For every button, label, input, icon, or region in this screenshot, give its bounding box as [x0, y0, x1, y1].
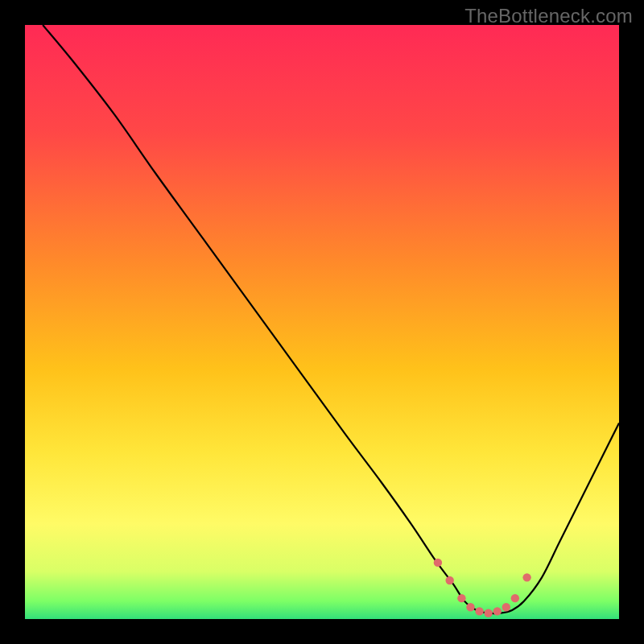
marker-point: [466, 603, 474, 611]
marker-point: [445, 576, 453, 584]
marker-point: [484, 609, 492, 617]
chart-frame: TheBottleneck.com: [0, 0, 644, 644]
marker-point: [475, 607, 483, 615]
marker-point: [511, 594, 519, 602]
marker-point: [522, 573, 530, 581]
plot-area: [25, 25, 619, 619]
marker-point: [434, 559, 442, 567]
marker-point: [457, 594, 465, 602]
watermark-text: TheBottleneck.com: [464, 5, 633, 27]
marker-point: [502, 603, 510, 611]
marker-point: [493, 607, 502, 615]
bottleneck-chart-svg: [25, 25, 619, 619]
